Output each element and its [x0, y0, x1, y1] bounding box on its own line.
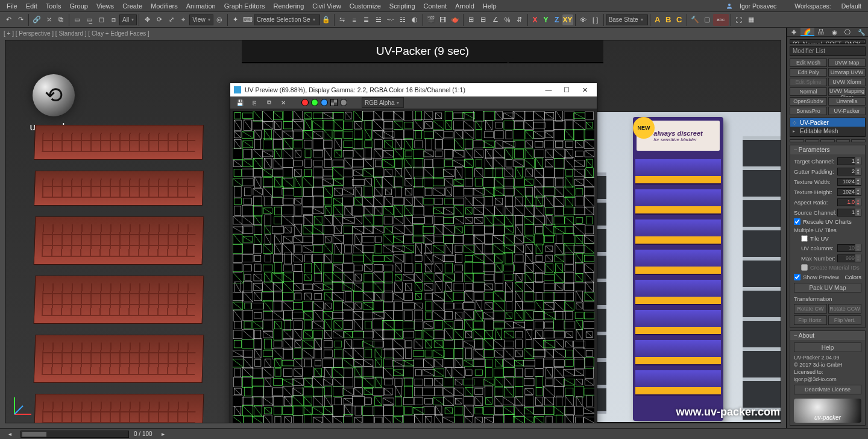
menu-customize[interactable]: Customize: [345, 2, 385, 10]
filter-all-combo[interactable]: All: [119, 14, 137, 25]
blue-channel-icon[interactable]: [321, 99, 328, 106]
viewport-label[interactable]: [ + ] [ Perspective ] [ Standard ] [ Cla…: [4, 30, 149, 37]
menu-create[interactable]: Create: [118, 2, 146, 10]
axis-z-button[interactable]: Z: [552, 14, 562, 25]
percent-snap-icon[interactable]: %: [502, 14, 514, 26]
mod-opensubdiv[interactable]: OpenSubdiv: [790, 97, 827, 106]
utilities-tab[interactable]: 🔧: [855, 28, 868, 36]
parameters-header[interactable]: Parameters: [790, 145, 865, 154]
modify-tab[interactable]: 🌈: [800, 28, 814, 36]
show-end-icon[interactable]: [805, 139, 820, 142]
flip-v-button[interactable]: Flip Vert.: [828, 315, 861, 325]
mod-normal[interactable]: Normal: [790, 87, 827, 96]
pivot-icon[interactable]: ◎: [213, 14, 225, 26]
align-icon[interactable]: ≡: [348, 14, 360, 26]
mat-editor-icon[interactable]: ◐: [409, 14, 421, 26]
named-sel-combo[interactable]: Create Selection Se: [254, 14, 320, 25]
sel-brackets-icon[interactable]: [ ]: [590, 14, 602, 26]
menu-arnold[interactable]: Arnold: [451, 2, 479, 10]
hierarchy-tab[interactable]: 品: [814, 28, 828, 36]
mod-edit-poly[interactable]: Edit Poly: [790, 68, 827, 77]
angle-snap-icon[interactable]: ∠: [489, 14, 502, 26]
menu-views[interactable]: Views: [92, 2, 118, 10]
maxnum-spinner[interactable]: 999: [837, 254, 861, 262]
keymode-icon[interactable]: ⌨: [242, 14, 254, 26]
state-sets-combo[interactable]: Base State: [606, 14, 648, 25]
place-icon[interactable]: ⌖: [177, 14, 189, 26]
undo-icon[interactable]: ↶: [2, 14, 14, 26]
time-slider[interactable]: [20, 431, 129, 438]
object-name-field[interactable]: 03_Normal_SOFT_PACK_Tiny51_Tiny51: [790, 39, 866, 44]
red-channel-icon[interactable]: [301, 99, 309, 106]
arnold-a-icon[interactable]: A: [652, 14, 663, 25]
mod-unwrap-uvw[interactable]: Unwrap UVW: [828, 68, 866, 77]
uv-preview-titlebar[interactable]: UV Preview (69.88%), Display Gamma: 2.2,…: [230, 83, 597, 96]
about-header[interactable]: About: [790, 331, 865, 340]
mod-uvw-xform[interactable]: UVW Xform: [828, 78, 866, 86]
mod-uvw-clear[interactable]: UVW Mapping Clear: [828, 87, 866, 96]
modifier-list-combo[interactable]: Modifier List: [790, 46, 866, 56]
mirror-icon[interactable]: ⇋: [336, 14, 348, 26]
help-button[interactable]: Help: [794, 343, 861, 352]
material-ids-checkbox[interactable]: Create Material IDs: [801, 264, 861, 271]
display-tab[interactable]: 🖵: [841, 28, 854, 36]
signed-in-user[interactable]: Igor Posavec: [726, 2, 781, 10]
bind-icon[interactable]: ⧉: [55, 14, 67, 26]
menu-civil[interactable]: Civil View: [308, 2, 345, 10]
src-channel-spinner[interactable]: 1: [837, 209, 861, 216]
render-setup-icon[interactable]: 🎬: [425, 14, 437, 26]
menu-graph[interactable]: Graph Editors: [220, 2, 269, 10]
render-icon[interactable]: 🫖: [449, 14, 461, 26]
unique-icon[interactable]: [820, 139, 835, 142]
copy-icon[interactable]: ⎘: [248, 96, 260, 109]
menu-group[interactable]: Group: [65, 2, 92, 10]
manipulate-icon[interactable]: ✦: [230, 14, 242, 26]
motion-tab[interactable]: ◉: [828, 28, 841, 36]
viewport[interactable]: [ + ] [ Perspective ] [ Standard ] [ Cla…: [0, 28, 787, 428]
flip-h-button[interactable]: Flip Horiz.: [794, 315, 827, 325]
save-image-icon[interactable]: 💾: [234, 96, 246, 109]
expand-icon[interactable]: ◇: [793, 120, 797, 125]
snap-2d-icon[interactable]: ⊞: [465, 14, 477, 26]
tex-width-spinner[interactable]: 1024: [837, 178, 861, 186]
grid-icon[interactable]: ▦: [745, 14, 757, 26]
modifier-stack[interactable]: ◇UV-Packer ▸Editable Mesh: [790, 118, 866, 136]
tex-height-spinner[interactable]: 1024: [837, 188, 861, 196]
redo-icon[interactable]: ↷: [14, 14, 27, 26]
arnold-b-icon[interactable]: B: [663, 14, 674, 25]
menu-content[interactable]: Content: [420, 2, 451, 10]
quick-align-icon[interactable]: ≣: [360, 14, 373, 26]
select-region-icon[interactable]: ◻: [95, 14, 107, 26]
create-tab[interactable]: ✚: [787, 28, 800, 36]
axis-y-button[interactable]: Y: [541, 14, 552, 25]
show-preview-checkbox[interactable]: Show Preview: [794, 274, 839, 280]
select-icon[interactable]: ▭: [71, 14, 83, 26]
axis-x-button[interactable]: X: [530, 14, 541, 25]
menu-help[interactable]: Help: [479, 2, 501, 10]
safe-frame-icon[interactable]: ⛶: [733, 14, 745, 26]
deactivate-button[interactable]: Deactivate License: [794, 385, 861, 394]
menu-rendering[interactable]: Rendering: [269, 2, 309, 10]
link-icon[interactable]: 🔗: [31, 14, 43, 26]
mod-edit-spline[interactable]: Edit Spline: [790, 78, 827, 86]
pin-stack-icon[interactable]: [790, 139, 804, 142]
rotate-ccw-button[interactable]: Rotate CCW: [828, 304, 861, 314]
mod-unwrella[interactable]: Unwrella: [828, 97, 866, 106]
sel-lock-icon[interactable]: 🔒: [320, 14, 332, 26]
mod-edit-mesh[interactable]: Edit Mesh: [790, 58, 827, 67]
layers-icon[interactable]: ☱: [373, 14, 385, 26]
mod-uvpacker[interactable]: UV-Packer: [828, 107, 866, 115]
menu-edit[interactable]: Edit: [22, 2, 42, 10]
rotate-cw-button[interactable]: Rotate CW: [794, 304, 827, 314]
menu-scripting[interactable]: Scripting: [385, 2, 420, 10]
menu-modifiers[interactable]: Modifiers: [146, 2, 182, 10]
close-button[interactable]: ✕: [576, 84, 593, 95]
minimize-button[interactable]: —: [540, 84, 557, 95]
move-icon[interactable]: ✥: [141, 14, 153, 26]
maximize-button[interactable]: ☐: [558, 84, 575, 95]
spinner-snap-icon[interactable]: ⇵: [514, 14, 526, 26]
unlink-icon[interactable]: ⤫: [43, 14, 55, 26]
select-name-icon[interactable]: ▭̲: [83, 14, 95, 26]
render-frame-icon[interactable]: 🎞: [437, 14, 449, 26]
timeline-prev-icon[interactable]: ◂: [4, 428, 16, 440]
